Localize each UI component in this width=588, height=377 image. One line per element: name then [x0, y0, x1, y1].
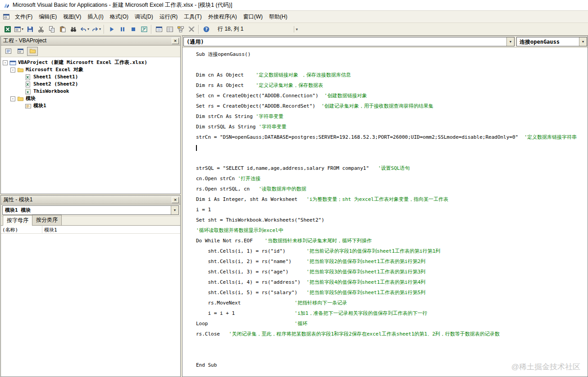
object-selector-dropdown[interactable]: 模块1 模块 ▼: [2, 205, 179, 215]
view-code-button[interactable]: [3, 47, 14, 56]
menu-item-file[interactable]: 文件(F): [12, 11, 36, 23]
toolbox-button[interactable]: [186, 24, 196, 34]
toolbox-icon: [188, 26, 195, 33]
project-explorer-button[interactable]: [154, 24, 164, 34]
design-mode-icon: [141, 26, 148, 33]
tab-alphabetic[interactable]: 按字母序: [3, 215, 32, 226]
comment-text: '创建记录集对象，用于接收数据查询获得的结果集: [321, 103, 433, 109]
object-dropdown[interactable]: (通用) ▼: [183, 37, 515, 46]
tree-item-thisworkbook[interactable]: ThisWorkbook: [1, 88, 180, 95]
chevron-down-icon[interactable]: ▼: [171, 206, 178, 214]
menu-item-run[interactable]: 运行(R): [156, 11, 181, 23]
collapse-icon[interactable]: -: [10, 96, 15, 101]
code-text: Sub 连接openGauss(): [196, 51, 251, 57]
menu-item-format[interactable]: 格式(O): [107, 11, 132, 23]
copy-button[interactable]: [46, 24, 57, 34]
project-icon: [9, 59, 16, 66]
toolbar: ▾▾▾ 行 18, 列 1 ▾: [0, 23, 588, 36]
procedure-dropdown[interactable]: 连接openGauss ▼: [516, 37, 587, 46]
menu-item-tools[interactable]: 工具(T): [181, 11, 205, 23]
view-object-button[interactable]: [15, 47, 26, 56]
object-browser-button[interactable]: [175, 24, 186, 34]
tree-item-label: VBAProject (新建 Microsoft Excel 工作表.xlsx): [18, 59, 147, 66]
help-icon: [203, 26, 210, 33]
code-text: Do While Not rs.EOF: [196, 238, 264, 244]
chevron-down-icon[interactable]: ▼: [579, 37, 587, 46]
code-line: strSQL = "SELECT id,name,age,address,sal…: [196, 163, 588, 173]
close-icon[interactable]: ×: [172, 38, 179, 44]
tree-item-sheet2[interactable]: Sheet2 (Sheet2): [1, 81, 180, 88]
dropdown-arrow-icon: ▾: [99, 27, 101, 31]
tab-categorized[interactable]: 按分类序: [32, 215, 62, 225]
code-text: Set rs = CreateObject("ADODB.RecordSet"): [196, 103, 321, 109]
property-row[interactable]: (名称)模块1: [1, 226, 180, 234]
app-icon: [3, 2, 10, 9]
help-button[interactable]: [201, 24, 211, 34]
menu-item-debug[interactable]: 调试(D): [132, 11, 156, 23]
collapse-icon[interactable]: -: [3, 60, 8, 65]
insert-userform-icon: [17, 48, 24, 55]
comment-text: '定义记录集对象，保存数据表: [255, 82, 323, 88]
code-text: strCn = "DSN=openGauss;DATABASE=postgres…: [196, 134, 524, 140]
toggle-folders-button[interactable]: [27, 47, 38, 56]
comment-text: '创建数据链接对象: [324, 93, 367, 99]
insert-userform-button[interactable]: ▾: [13, 24, 24, 34]
comment-text: '把当前字段3的值保存到sheet1工作表的第i行第3列: [306, 269, 425, 275]
comment-text: '把指针移向下一条记录: [295, 300, 347, 306]
cut-button[interactable]: [36, 24, 46, 34]
close-icon[interactable]: ×: [172, 197, 179, 203]
redo-button[interactable]: ▾: [91, 24, 102, 34]
redo-icon: [91, 26, 99, 33]
menu-item-addins[interactable]: 外接程序(A): [205, 11, 240, 23]
code-text: i = 1: [196, 207, 211, 213]
menu-item-edit[interactable]: 编辑(E): [36, 11, 60, 23]
properties-panel-title: 属性 - 模块1: [3, 196, 32, 204]
comment-text: '字符串变量: [255, 114, 283, 119]
code-line: Dim strSQL As String '字符串变量: [196, 122, 588, 132]
comment-text: '循环读取数据并将数据显示到excel中: [196, 227, 283, 233]
tree-item-vbaproject-root[interactable]: -VBAProject (新建 Microsoft Excel 工作表.xlsx…: [1, 59, 180, 66]
left-dock: 工程 - VBAProject × -VBAProject (新建 Micros…: [0, 36, 182, 377]
code-editor[interactable]: Sub 连接openGauss()Dim cn As Object '定义数据链…: [182, 48, 588, 377]
menu-items: 文件(F)编辑(E)视图(V)插入(I)格式(O)调试(D)运行(R)工具(T)…: [12, 11, 291, 23]
tree-item-sheet1[interactable]: Sheet1 (Sheet1): [1, 73, 180, 81]
find-button[interactable]: [68, 24, 78, 34]
paste-button[interactable]: [57, 24, 68, 34]
code-text: strSQL = "SELECT id,name,age,address,sal…: [196, 165, 378, 171]
code-line: Sub 连接openGauss(): [196, 49, 588, 59]
reset-button[interactable]: [128, 24, 138, 34]
code-line: Set rs = CreateObject("ADODB.RecordSet")…: [196, 101, 588, 111]
design-mode-button[interactable]: [139, 24, 149, 34]
code-line: [196, 350, 588, 360]
collapse-icon[interactable]: -: [10, 68, 15, 73]
undo-button[interactable]: ▾: [79, 24, 90, 34]
tree-item-excel-objects-folder[interactable]: -Microsoft Excel 对象: [1, 66, 180, 73]
code-line: Dim cn As Object '定义数据链接对象 ，保存连接数据库信息: [196, 70, 588, 80]
tree-item-module1[interactable]: 模块1: [1, 102, 180, 109]
code-text: rs.Open strSQL, cn: [196, 186, 259, 192]
dropdown-arrow-icon: ▾: [87, 27, 89, 31]
menu-item-insert[interactable]: 插入(I): [84, 11, 106, 23]
sheet-icon: [25, 74, 32, 81]
break-button[interactable]: [117, 24, 128, 34]
toolbar-overflow-chevron-icon[interactable]: ▾: [294, 26, 299, 32]
vba-editor-window: Microsoft Visual Basic for Applications …: [0, 0, 588, 377]
properties-window-button[interactable]: [164, 24, 175, 34]
chevron-down-icon[interactable]: ▼: [506, 37, 514, 46]
project-explorer-panel: 工程 - VBAProject × -VBAProject (新建 Micros…: [0, 36, 181, 194]
tree-item-modules-folder[interactable]: -模块: [1, 95, 180, 102]
code-line: sht.Cells(i, 4) = rs("address") '把当前字段4的…: [196, 277, 588, 287]
menu-item-view[interactable]: 视图(V): [60, 11, 84, 23]
code-text: Dim i As Integer, sht As Worksheet: [196, 196, 306, 202]
code-line: End Sub: [196, 360, 588, 370]
menu-item-help[interactable]: 帮助(H): [266, 11, 291, 23]
save-button[interactable]: [25, 24, 35, 34]
insert-userform-icon: [14, 26, 21, 33]
view-excel-button[interactable]: [2, 24, 13, 34]
code-line: Do While Not rs.EOF '当数据指针未移到记录集末尾时，循环下列…: [196, 236, 588, 246]
code-line: [196, 59, 588, 70]
code-header: (通用) ▼ 连接openGauss ▼: [182, 36, 588, 48]
menu-item-window[interactable]: 窗口(W): [240, 11, 266, 23]
run-button[interactable]: [106, 24, 117, 34]
code-line: Set sht = ThisWorkbook.Worksheets("Sheet…: [196, 215, 588, 225]
